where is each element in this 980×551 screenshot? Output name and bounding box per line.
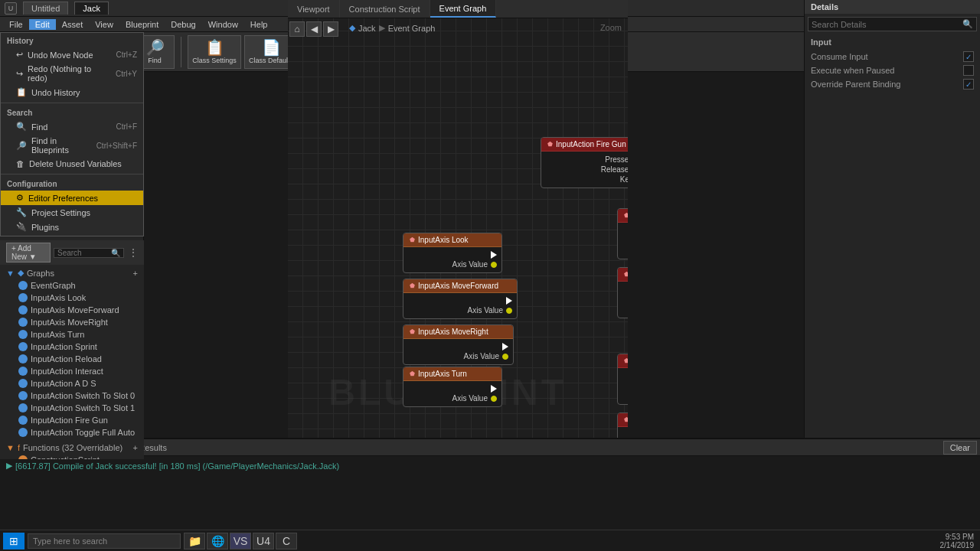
- execute-paused-checkbox[interactable]: [963, 65, 974, 76]
- graphs-add-btn[interactable]: +: [133, 269, 138, 278]
- viewport-tab[interactable]: Viewport: [288, 0, 340, 18]
- sprint-label: InputAction Sprint: [31, 342, 97, 351]
- tab-jack[interactable]: Jack: [74, 2, 109, 15]
- graphs-header[interactable]: ▼ ◆ Graphs +: [0, 266, 144, 279]
- plugins-item[interactable]: 🔌 Plugins: [1, 220, 143, 234]
- menu-debug[interactable]: Debug: [165, 19, 201, 30]
- menu-window[interactable]: Window: [202, 19, 244, 30]
- redo-label: Redo (Nothing to redo): [28, 72, 111, 83]
- axis-look-item[interactable]: InputAxis Look: [0, 292, 144, 304]
- event-graph-item[interactable]: EventGraph: [0, 279, 144, 292]
- pin-move-forward-exec: [403, 296, 517, 305]
- node-switch-slot1[interactable]: ⬟ InputAction Switch To Slot 1 Pressed R…: [617, 267, 628, 318]
- sprint-item[interactable]: InputAction Sprint: [0, 341, 144, 353]
- find-in-blueprints-item[interactable]: 🔎 Find in Blueprints Ctrl+Shift+F: [1, 134, 143, 157]
- ue4-logo: U: [5, 2, 17, 15]
- node-sprint[interactable]: ⬟ InputAction Sprint Pressed Released Ke…: [617, 354, 628, 405]
- node-switch-slot0[interactable]: ⬟ InputAction Switch To Slot 0 Pressed R…: [617, 208, 628, 259]
- construction-script-item[interactable]: ConstructionScript: [0, 454, 144, 459]
- taskbar-edge[interactable]: 🌐: [207, 533, 228, 549]
- add-new-btn[interactable]: + Add New ▼: [6, 243, 51, 262]
- node-move-right-title: InputAxis MoveRight: [418, 328, 488, 336]
- class-settings-icon: 📋: [205, 40, 224, 55]
- compile-msg-text: [6617.87] Compile of Jack successful! [i…: [15, 461, 339, 471]
- redo-item[interactable]: ↪ Redo (Nothing to redo) Ctrl+Y: [1, 72, 143, 85]
- node-move-forward[interactable]: ⬟ InputAxis MoveForward Axis Value: [403, 279, 518, 319]
- node-slot1-body: Pressed Released Key: [618, 282, 628, 318]
- taskbar-search[interactable]: Type here to search: [28, 533, 181, 549]
- breadcrumb-root[interactable]: Jack: [358, 24, 376, 33]
- pin-mr-exec-triangle: [502, 343, 508, 350]
- functions-icon: f: [18, 443, 20, 452]
- fire-gun-icon: [18, 416, 28, 425]
- find-shortcut: Ctrl+F: [116, 122, 138, 131]
- node-move-right[interactable]: ⬟ InputAxis MoveRight Axis Value: [403, 324, 514, 365]
- start-button[interactable]: ⊞: [3, 533, 24, 549]
- slot1-label: InputAction Switch To Slot 1: [31, 403, 135, 412]
- search-section: Search 🔍 Find Ctrl+F 🔎 Find in Blueprint…: [1, 105, 143, 172]
- turn-item[interactable]: InputAxis Turn: [0, 328, 144, 341]
- reload-item[interactable]: InputAction Reload: [0, 353, 144, 365]
- details-search-box[interactable]: 🔍: [808, 17, 977, 31]
- interact-label: InputAction Interact: [31, 367, 103, 376]
- move-right-item[interactable]: InputAxis MoveRight: [0, 316, 144, 328]
- my-blueprint-header: + Add New ▼ 🔍 ⋮: [0, 240, 144, 265]
- view-options-icon[interactable]: ⋮: [129, 247, 138, 258]
- functions-add-btn[interactable]: +: [133, 443, 138, 452]
- menu-asset[interactable]: Asset: [56, 19, 90, 30]
- menu-help[interactable]: Help: [244, 19, 274, 30]
- menu-edit[interactable]: Edit: [29, 19, 56, 30]
- ads-item[interactable]: InputAction A D S: [0, 377, 144, 390]
- node-axis-look[interactable]: ⬟ InputAxis Look Axis Value: [403, 233, 502, 273]
- toggle-auto-item[interactable]: InputAction Toggle Full Auto: [0, 426, 144, 439]
- edit-dropdown-menu: History ↩ Undo Move Node Ctrl+Z ↪ Redo (…: [0, 72, 144, 236]
- taskbar-explorer[interactable]: 📁: [184, 533, 205, 549]
- find-item[interactable]: 🔍 Find Ctrl+F: [1, 119, 143, 134]
- menu-blueprint[interactable]: Blueprint: [119, 19, 165, 30]
- tab-untitled[interactable]: Untitled: [23, 2, 68, 15]
- menu-view[interactable]: View: [89, 19, 119, 30]
- construction-tab[interactable]: Construction Script: [340, 0, 430, 18]
- dropdown-sep-2: [1, 174, 143, 174]
- execute-paused-label: Execute when Paused: [811, 66, 959, 75]
- forward-nav-btn[interactable]: ▶: [323, 21, 338, 37]
- taskbar-vs[interactable]: VS: [230, 533, 251, 549]
- search-placeholder-text: Type here to search: [33, 536, 107, 546]
- home-nav-btn[interactable]: ⌂: [289, 21, 305, 37]
- consume-input-checkbox[interactable]: [963, 51, 974, 62]
- breadcrumb-child[interactable]: Event Graph: [388, 24, 436, 33]
- menu-file[interactable]: File: [3, 19, 29, 30]
- find-label: Find: [148, 57, 162, 64]
- node-axis-turn[interactable]: ⬟ InputAxis Turn Axis Value: [403, 367, 502, 407]
- details-search-input[interactable]: [812, 20, 962, 29]
- move-forward-item[interactable]: InputAxis MoveForward: [0, 304, 144, 316]
- slot0-item[interactable]: InputAction Switch To Slot 0: [0, 390, 144, 402]
- taskbar-ue4[interactable]: U4: [253, 533, 274, 549]
- event-graph-tab[interactable]: Event Graph: [430, 0, 497, 18]
- blueprint-search-input[interactable]: [57, 249, 111, 257]
- project-settings-item[interactable]: 🔧 Project Settings: [1, 205, 143, 220]
- fire-gun-item[interactable]: InputAction Fire Gun: [0, 414, 144, 426]
- undo-history-icon: 📋: [16, 87, 27, 97]
- back-nav-btn[interactable]: ◀: [306, 21, 322, 37]
- override-parent-checkbox[interactable]: [963, 79, 974, 90]
- canvas-area: Viewport Construction Script Event Graph…: [288, 0, 628, 459]
- node-fire-gun-body: Pressed Released Key: [541, 152, 628, 187]
- clear-button[interactable]: Clear: [943, 441, 977, 455]
- slot1-item[interactable]: InputAction Switch To Slot 1: [0, 402, 144, 414]
- node-move-right-header: ⬟ InputAxis MoveRight: [403, 325, 513, 339]
- node-move-right-body: Axis Value: [403, 339, 513, 364]
- blueprint-search[interactable]: 🔍: [54, 248, 124, 258]
- blueprint-canvas[interactable]: ⌂ ◀ ▶ ◆ Jack ▶ Event Graph Zoom BLUEPRIN…: [288, 18, 628, 459]
- undo-history-item[interactable]: 📋 Undo History: [1, 85, 143, 99]
- editor-preferences-item[interactable]: ⚙ Editor Preferences: [1, 191, 143, 205]
- taskbar-right: 9:53 PM 2/14/2019: [940, 533, 978, 549]
- functions-header[interactable]: ▼ f Functions (32 Overridable) +: [0, 442, 144, 454]
- bottom-content: [6617.87] Compile of Jack successful! [i…: [0, 456, 980, 530]
- interact-item[interactable]: InputAction Interact: [0, 365, 144, 377]
- class-settings-button[interactable]: 📋 Class Settings: [188, 35, 241, 69]
- taskbar-chrome[interactable]: C: [276, 533, 297, 549]
- pin-fg-key: Key: [620, 175, 628, 184]
- delete-unused-item[interactable]: 🗑 Delete Unused Variables: [1, 157, 143, 171]
- node-fire-gun[interactable]: ⬟ InputAction Fire Gun Pressed Released …: [541, 137, 628, 188]
